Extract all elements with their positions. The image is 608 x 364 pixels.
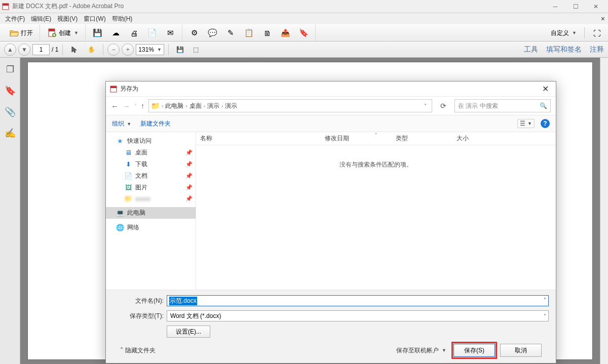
search-input[interactable]: 在 演示 中搜索 🔍 (454, 99, 551, 112)
tree-this-pc[interactable]: 💻 此电脑 (106, 207, 196, 219)
svg-rect-1 (3, 4, 9, 6)
filename-input[interactable]: 示范.docx ˅ (167, 295, 549, 306)
col-date[interactable]: 修改日期 (321, 132, 392, 145)
page-down-button[interactable]: ▼ (18, 44, 30, 56)
folder-icon: 📁 (151, 102, 160, 110)
col-name[interactable]: 名称 (196, 132, 321, 145)
edit-text-icon[interactable]: ✎ (223, 26, 239, 39)
maximize-button[interactable]: ☐ (565, 1, 586, 13)
breadcrumb[interactable]: 📁 › 此电脑 › 桌面 › 演示 › 演示 ˅ (148, 99, 432, 112)
close-button[interactable]: ✕ (586, 1, 606, 13)
file-list: ˄ 名称 修改日期 类型 大小 没有与搜索条件匹配的项。 (196, 132, 556, 290)
open-button[interactable]: 打开 (6, 26, 36, 39)
customize-label: 自定义 (551, 29, 569, 37)
menu-help[interactable]: 帮助(H) (109, 14, 136, 24)
create-button[interactable]: 创建 ▼ (44, 26, 82, 39)
save-as-dialog: 另存为 ✕ ← → ˅ ↑ 📁 › 此电脑 › 桌面 › 演示 › 演示 ˅ ⟳… (105, 81, 556, 363)
pictures-icon: 🖼 (124, 184, 132, 191)
signatures-icon[interactable]: ✍ (5, 128, 16, 139)
clipboard-icon[interactable]: 📋 (241, 26, 257, 39)
page-number-input[interactable] (32, 44, 50, 55)
fit-page-icon[interactable]: ⬚ (189, 44, 202, 55)
organize-button[interactable]: 组织 ▼ (112, 119, 131, 128)
save-button[interactable]: 保存(S) (453, 344, 495, 357)
form-icon[interactable]: 🗎 (259, 26, 276, 39)
zoom-select[interactable]: 131% ▼ (136, 44, 164, 55)
cancel-button[interactable]: 取消 (500, 344, 542, 357)
breadcrumb-item[interactable]: 演示 (225, 102, 237, 110)
mail-icon[interactable]: ✉ (163, 26, 179, 39)
expand-icon[interactable]: ⛶ (589, 26, 605, 39)
export-icon[interactable]: 📄 (144, 26, 161, 39)
tree-blurred-item[interactable]: 📁 xxxxx 📌 (106, 193, 196, 204)
attachment-icon[interactable]: 📎 (5, 106, 16, 117)
pointer-icon[interactable] (67, 44, 82, 56)
up-button[interactable]: ↑ (141, 102, 144, 110)
link-comment[interactable]: 注释 (590, 45, 604, 54)
tree-downloads[interactable]: ⬇ 下载 📌 (106, 158, 196, 170)
page-up-button[interactable]: ▲ (4, 44, 16, 56)
breadcrumb-item[interactable]: 演示 (207, 102, 219, 110)
breadcrumb-item[interactable]: 此电脑 (165, 102, 183, 110)
tree-documents[interactable]: 📄 文档 📌 (106, 170, 196, 182)
breadcrumb-dropdown[interactable]: ˅ (421, 103, 430, 109)
hide-folders-toggle[interactable]: ˄ 隐藏文件夹 (120, 346, 156, 355)
thumbnails-icon[interactable]: ❐ (6, 64, 14, 75)
dialog-toolbar: 组织 ▼ 新建文件夹 ☰ ▼ ? (106, 115, 556, 132)
back-button[interactable]: ← (111, 102, 119, 110)
tree-quick-access[interactable]: ★ 快速访问 (106, 135, 196, 147)
computer-icon: 💻 (116, 209, 124, 217)
cloud-icon[interactable]: ☁ (108, 26, 124, 39)
help-icon[interactable]: ? (541, 119, 550, 128)
doc-close-icon[interactable]: × (601, 15, 605, 23)
menu-file[interactable]: 文件(F) (2, 14, 28, 24)
dialog-close-button[interactable]: ✕ (539, 84, 552, 94)
view-options[interactable]: ☰ ▼ (517, 119, 535, 128)
stamp-icon[interactable]: 🔖 (296, 26, 312, 39)
save-copy-icon[interactable]: 💾 (173, 44, 187, 55)
tree-network[interactable]: 🌐 网络 (106, 222, 196, 233)
menu-edit[interactable]: 编辑(E) (28, 14, 54, 24)
menu-window[interactable]: 窗口(W) (81, 14, 108, 24)
breadcrumb-item[interactable]: 桌面 (189, 102, 202, 110)
bookmark-icon[interactable]: 🔖 (5, 85, 16, 96)
filetype-label: 保存类型(T): (113, 312, 164, 320)
forward-button[interactable]: → (123, 102, 130, 110)
recent-dropdown[interactable]: ˅ (134, 103, 137, 109)
chevron-down-icon[interactable]: ˅ (544, 313, 546, 319)
document-icon: 📄 (124, 172, 132, 180)
dialog-nav: ← → ˅ ↑ 📁 › 此电脑 › 桌面 › 演示 › 演示 ˅ ⟳ 在 演示 … (106, 97, 556, 115)
comment-icon[interactable]: 💬 (205, 26, 221, 39)
save-to-account-button[interactable]: 保存至联机帐户 ▼ (394, 345, 448, 356)
page-total: / 1 (52, 46, 58, 53)
chevron-down-icon: ▼ (157, 47, 162, 52)
customize-button[interactable]: 自定义 ▼ (547, 27, 580, 39)
create-label: 创建 (59, 29, 71, 37)
minimize-button[interactable]: ─ (545, 1, 565, 13)
dialog-titlebar: 另存为 ✕ (106, 82, 556, 97)
col-type[interactable]: 类型 (392, 132, 452, 145)
scrollbar[interactable] (600, 58, 608, 364)
tree-pictures[interactable]: 🖼 图片 📌 (106, 182, 196, 193)
main-toolbar: 打开 创建 ▼ 💾 ☁ 🖨 📄 ✉ ⚙ 💬 ✎ 📋 🗎 📤 🔖 自定义 ▼ ⛶ (0, 24, 608, 42)
link-tools[interactable]: 工具 (524, 45, 538, 54)
col-size[interactable]: 大小 (452, 132, 493, 145)
zoom-in-button[interactable]: + (122, 44, 134, 56)
chevron-down-icon[interactable]: ˅ (544, 297, 546, 303)
send-icon[interactable]: 📤 (278, 26, 294, 39)
menu-view[interactable]: 视图(V) (54, 14, 81, 24)
dialog-title: 另存为 (120, 85, 138, 93)
network-icon: 🌐 (116, 224, 124, 231)
new-folder-button[interactable]: 新建文件夹 (140, 119, 171, 128)
print-icon[interactable]: 🖨 (126, 26, 142, 39)
create-pdf-icon (48, 28, 57, 37)
link-fillsign[interactable]: 填写和签名 (546, 45, 582, 54)
refresh-button[interactable]: ⟳ (436, 99, 450, 112)
tree-desktop[interactable]: 🖥 桌面 📌 (106, 147, 196, 158)
hand-icon[interactable]: ✋ (84, 44, 99, 55)
filetype-select[interactable]: Word 文档 (*.docx) ˅ (167, 310, 549, 321)
zoom-out-button[interactable]: − (107, 44, 120, 56)
settings-button[interactable]: 设置(E)... (167, 326, 210, 338)
save-icon[interactable]: 💾 (90, 26, 106, 39)
gear-icon[interactable]: ⚙ (186, 26, 203, 39)
